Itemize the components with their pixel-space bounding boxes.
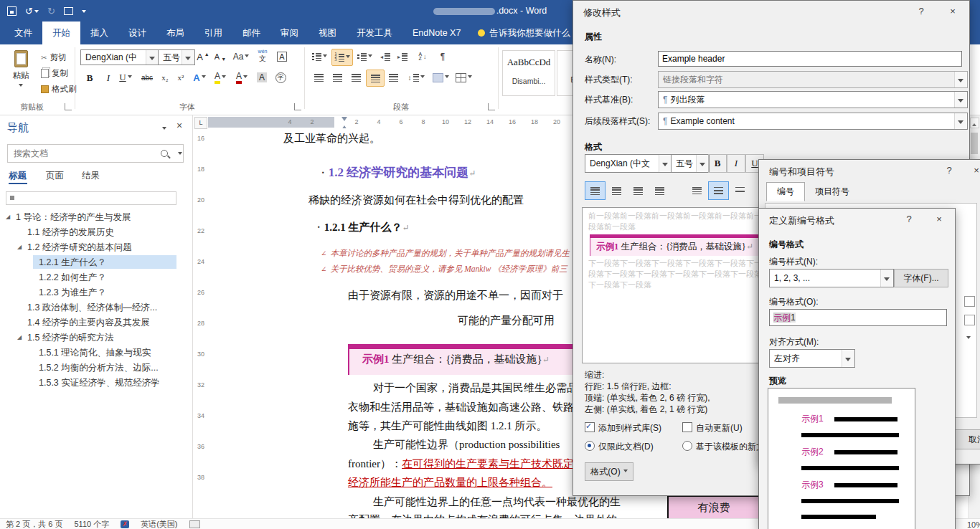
dialog-align-center-button[interactable] — [606, 181, 627, 200]
tab-mailings[interactable]: 邮件 — [232, 22, 270, 44]
help-button[interactable]: ? — [900, 211, 918, 227]
gallery-button-1[interactable] — [964, 296, 975, 307]
tab-file[interactable]: 文件 — [4, 22, 42, 44]
input-mode-icon[interactable] — [189, 520, 200, 528]
nav-item-1-2-1[interactable]: 1.2.1 生产什么？ — [0, 255, 192, 270]
nav-item-1-5-1[interactable]: 1.5.1 理论简化、抽象与现实 — [0, 345, 192, 360]
search-options-caret[interactable] — [178, 152, 182, 157]
tab-layout[interactable]: 布局 — [156, 22, 194, 44]
borders-button[interactable] — [453, 70, 473, 85]
cancel-button[interactable]: 取消 — [952, 429, 980, 449]
help-button[interactable]: ? — [940, 163, 958, 178]
nav-item-1-5-2[interactable]: 1.5.2 均衡的分析方法、边际... — [0, 361, 192, 375]
style-card-1[interactable]: AaBbCcDd Disambi... — [502, 50, 555, 96]
italic-button[interactable]: I — [99, 69, 118, 87]
phonetic-guide-button[interactable]: wén文 — [254, 47, 271, 63]
close-button[interactable]: × — [943, 4, 962, 19]
nav-item-1-5-3[interactable]: 1.5.3 实证经济学、规范经济学 — [0, 376, 192, 390]
tab-references[interactable]: 引用 — [194, 22, 232, 44]
grow-font-button[interactable]: A▲ — [195, 49, 211, 65]
format-painter-button[interactable]: 格式刷 — [39, 82, 79, 96]
superscript-button[interactable]: x² — [174, 70, 188, 85]
font-button[interactable]: 字体(F)... — [894, 269, 948, 287]
collapse-triangle-icon[interactable]: ◢ — [17, 240, 22, 254]
only-this-document-radio[interactable]: 仅限此文档(D) — [585, 441, 654, 453]
subscript-button[interactable]: x₂ — [158, 70, 172, 85]
font-color-button[interactable]: A — [232, 70, 251, 85]
nav-tab-results[interactable]: 结果 — [82, 170, 100, 182]
bullets-button[interactable] — [310, 49, 329, 65]
save-button[interactable] — [7, 6, 17, 16]
nav-item-1-1[interactable]: 1.1 经济学的发展历史 — [0, 225, 192, 239]
tab-endnote[interactable]: EndNote X7 — [402, 22, 471, 44]
show-marks-button[interactable]: ¶ — [435, 49, 451, 65]
language-indicator[interactable]: 英语(美国) — [141, 519, 177, 529]
tab-home[interactable]: 开始 — [42, 22, 80, 44]
nav-item-1-2-2[interactable]: 1.2.2 如何生产？ — [0, 270, 192, 285]
distribute-button[interactable] — [385, 70, 402, 85]
tab-bullets[interactable]: 项目符号 — [805, 183, 859, 200]
customize-quick-access-button[interactable] — [82, 7, 86, 15]
change-case-button[interactable]: Aa — [231, 49, 251, 65]
close-button[interactable]: × — [967, 163, 980, 178]
following-style-select[interactable]: ¶Example content — [658, 113, 968, 130]
collapse-triangle-icon[interactable]: ◢ — [6, 210, 10, 224]
text-effects-button[interactable]: A — [191, 70, 208, 85]
close-button[interactable]: × — [930, 211, 948, 227]
clipboard-dialog-launcher[interactable] — [65, 103, 72, 110]
nav-tab-pages[interactable]: 页面 — [46, 170, 64, 182]
font-size-select[interactable]: 五号 — [158, 49, 195, 65]
collapse-triangle-icon[interactable]: ◢ — [17, 330, 22, 345]
scrollbar-thumb[interactable] — [971, 133, 978, 154]
number-style-select[interactable]: 1, 2, 3, ... — [769, 269, 894, 287]
page-indicator[interactable]: 第 2 页，共 6 页 — [6, 519, 62, 529]
help-button[interactable]: ? — [912, 4, 930, 19]
numbering-button[interactable]: 123 — [331, 49, 353, 66]
copy-button[interactable]: 复制 — [39, 66, 70, 80]
format-menu-button[interactable]: 格式(O) — [585, 462, 633, 481]
decrease-indent-button[interactable]: ◂ — [377, 49, 393, 65]
spacing-double-button[interactable] — [730, 181, 750, 200]
dialog-align-right-button[interactable] — [628, 181, 649, 200]
nav-options-button[interactable] — [162, 127, 166, 132]
underline-button[interactable]: U — [116, 70, 135, 85]
tell-me-box[interactable]: 告诉我你想要做什么 — [478, 22, 570, 44]
word-count[interactable]: 5110 个字 — [74, 519, 109, 529]
nav-item-1-2-3[interactable]: 1.2.3 为谁生产？ — [0, 285, 192, 300]
justify-button[interactable] — [366, 70, 385, 87]
sort-button[interactable]: AZ↓ — [413, 49, 432, 65]
number-format-input[interactable]: 示例1 — [769, 309, 947, 326]
spacing-single-button[interactable] — [687, 181, 707, 200]
tab-view[interactable]: 视图 — [308, 22, 347, 44]
nav-item-1-3[interactable]: 1.3 政治体制、经济体制—经济... — [0, 300, 192, 315]
vertical-ruler[interactable]: 16 18 20 22 24 26 28 30 32 34 36 38 — [194, 129, 208, 518]
dialog-bold-button[interactable]: B — [708, 154, 727, 173]
enclose-characters-button[interactable]: 字 — [273, 70, 288, 85]
alignment-select[interactable]: 左对齐 — [769, 349, 855, 368]
nav-item-1-4[interactable]: 1.4 经济学的主要内容及其发展 — [0, 315, 192, 330]
line-spacing-button[interactable]: ↕ — [406, 70, 426, 85]
nav-close-button[interactable]: × — [176, 120, 182, 131]
nav-item-1[interactable]: ◢1 导论：经济学的产生与发展 — [0, 210, 192, 224]
spellcheck-icon[interactable]: ✗ — [121, 520, 129, 528]
blank-heading-item[interactable] — [6, 191, 176, 205]
gallery-button-2[interactable] — [964, 315, 975, 325]
tab-developer[interactable]: 开发工具 — [347, 22, 402, 44]
nav-item-1-2[interactable]: ◢1.2 经济学研究的基本问题 — [0, 240, 192, 254]
shading-button[interactable] — [430, 70, 451, 85]
cut-button[interactable]: ✂剪切 — [39, 50, 68, 65]
paragraph-dialog-launcher[interactable] — [488, 103, 495, 110]
paste-button[interactable]: 粘贴 — [4, 49, 37, 100]
search-input[interactable] — [7, 144, 184, 163]
auto-update-checkbox[interactable]: 自动更新(U) — [682, 422, 743, 434]
increase-indent-button[interactable]: ▸ — [395, 49, 410, 65]
undo-button[interactable]: ↺ — [25, 6, 39, 16]
highlight-color-button[interactable]: A — [211, 70, 230, 85]
multilevel-list-button[interactable] — [354, 49, 374, 65]
zoom-level[interactable]: 10% — [967, 520, 980, 529]
dialog-italic-button[interactable]: I — [727, 154, 745, 173]
tab-insert[interactable]: 插入 — [80, 22, 118, 44]
tab-design[interactable]: 设计 — [118, 22, 156, 44]
dialog-font-size-select[interactable]: 五号 — [671, 154, 710, 173]
tab-numbering[interactable]: 编号 — [766, 182, 805, 201]
